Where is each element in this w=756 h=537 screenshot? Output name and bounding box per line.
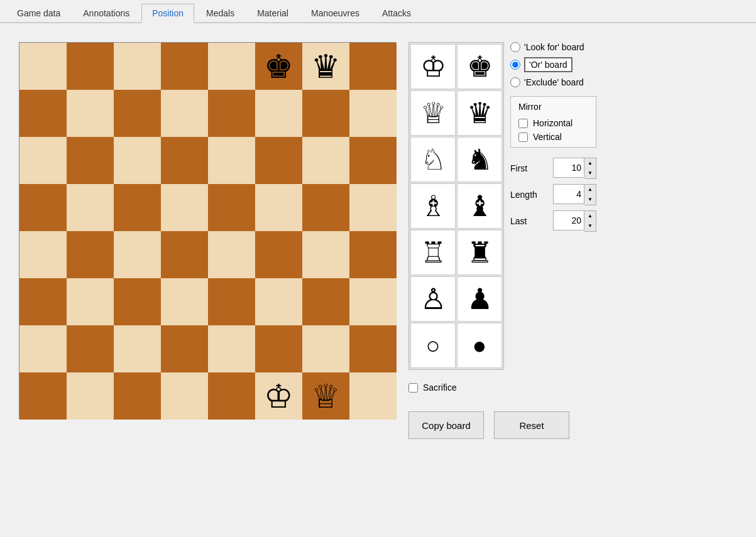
board-cell-4-0[interactable] [19, 231, 67, 278]
piece-black-rook[interactable]: ♜ [457, 230, 502, 275]
board-cell-0-0[interactable] [19, 43, 67, 90]
board-cell-5-2[interactable] [114, 278, 161, 325]
board-cell-2-3[interactable] [161, 137, 208, 184]
board-cell-2-7[interactable] [349, 137, 397, 184]
board-cell-0-4[interactable] [208, 43, 255, 90]
board-cell-4-1[interactable] [67, 231, 114, 278]
board-cell-3-3[interactable] [161, 184, 208, 231]
board-cell-3-4[interactable] [208, 184, 255, 231]
board-cell-5-5[interactable] [255, 278, 302, 325]
last-input[interactable] [553, 210, 584, 231]
piece-black-knight[interactable]: ♞ [457, 137, 502, 182]
board-cell-7-6[interactable]: ♕ [302, 372, 349, 420]
first-spin-down[interactable]: ▼ [584, 168, 596, 178]
last-spin-up[interactable]: ▲ [584, 211, 596, 221]
board-cell-0-1[interactable] [67, 43, 114, 90]
piece-white-bishop[interactable]: ♗ [410, 183, 456, 229]
board-cell-5-7[interactable] [349, 278, 397, 325]
tab-game-data[interactable]: Game data [6, 4, 71, 22]
board-cell-3-1[interactable] [67, 184, 114, 231]
board-cell-6-3[interactable] [161, 325, 208, 372]
first-spin-up[interactable]: ▲ [584, 158, 596, 168]
first-input[interactable] [553, 158, 584, 178]
board-cell-3-2[interactable] [114, 184, 161, 231]
board-cell-6-1[interactable] [67, 325, 114, 372]
copy-board-button[interactable]: Copy board [408, 411, 484, 439]
board-cell-1-4[interactable] [208, 90, 255, 137]
board-cell-4-4[interactable] [208, 231, 255, 278]
tab-medals[interactable]: Medals [195, 4, 245, 22]
board-cell-7-1[interactable] [67, 372, 114, 420]
board-cell-0-7[interactable] [349, 43, 397, 90]
board-cell-2-1[interactable] [67, 137, 114, 184]
vertical-mirror-checkbox[interactable] [518, 133, 528, 142]
piece-white-king[interactable]: ♔ [410, 44, 456, 89]
board-cell-3-0[interactable] [19, 184, 67, 231]
length-spin-down[interactable]: ▼ [584, 195, 596, 205]
board-cell-4-5[interactable] [255, 231, 302, 278]
tab-annotations[interactable]: Annotations [72, 4, 140, 22]
exclude-board-radio[interactable] [510, 77, 520, 87]
board-cell-1-0[interactable] [19, 90, 67, 137]
board-cell-5-3[interactable] [161, 278, 208, 325]
sacrifice-option[interactable]: Sacrifice [408, 382, 457, 393]
board-cell-7-3[interactable] [161, 372, 208, 420]
board-cell-1-3[interactable] [161, 90, 208, 137]
board-cell-0-2[interactable] [114, 43, 161, 90]
chess-board[interactable]: ♚♛♔♕ [19, 42, 396, 419]
board-cell-1-6[interactable] [302, 90, 349, 137]
piece-white-circle[interactable]: ○ [410, 323, 456, 368]
board-cell-2-2[interactable] [114, 137, 161, 184]
piece-black-queen[interactable]: ♛ [457, 90, 502, 136]
board-cell-6-0[interactable] [19, 325, 67, 372]
tab-manoeuvres[interactable]: Manoeuvres [300, 4, 370, 22]
board-cell-3-7[interactable] [349, 184, 397, 231]
exclude-board-option[interactable]: 'Exclude' board [510, 77, 596, 87]
look-for-board-radio[interactable] [510, 42, 520, 52]
board-cell-7-4[interactable] [208, 372, 255, 420]
tab-position[interactable]: Position [141, 4, 194, 23]
board-cell-4-2[interactable] [114, 231, 161, 278]
board-cell-4-6[interactable] [302, 231, 349, 278]
board-cell-1-2[interactable] [114, 90, 161, 137]
piece-white-rook[interactable]: ♖ [410, 230, 456, 275]
board-cell-6-2[interactable] [114, 325, 161, 372]
piece-black-circle[interactable]: ● [457, 323, 502, 368]
tab-attacks[interactable]: Attacks [371, 4, 422, 22]
board-cell-7-7[interactable] [349, 372, 397, 420]
board-cell-2-4[interactable] [208, 137, 255, 184]
board-cell-4-3[interactable] [161, 231, 208, 278]
vertical-mirror-option[interactable]: Vertical [518, 132, 588, 142]
board-cell-1-1[interactable] [67, 90, 114, 137]
or-board-radio[interactable] [510, 60, 520, 70]
sacrifice-checkbox[interactable] [408, 383, 418, 393]
board-cell-5-0[interactable] [19, 278, 67, 325]
board-cell-0-6[interactable]: ♛ [302, 43, 349, 90]
board-cell-4-7[interactable] [349, 231, 397, 278]
board-cell-3-5[interactable] [255, 184, 302, 231]
board-cell-3-6[interactable] [302, 184, 349, 231]
piece-black-king[interactable]: ♚ [457, 44, 502, 89]
board-cell-2-0[interactable] [19, 137, 67, 184]
horizontal-mirror-checkbox[interactable] [518, 119, 528, 128]
board-cell-6-5[interactable] [255, 325, 302, 372]
last-spin-down[interactable]: ▼ [584, 221, 596, 231]
length-input[interactable] [553, 184, 584, 204]
board-cell-0-5[interactable]: ♚ [255, 43, 302, 90]
board-cell-5-4[interactable] [208, 278, 255, 325]
board-cell-5-6[interactable] [302, 278, 349, 325]
board-cell-2-5[interactable] [255, 137, 302, 184]
board-cell-7-2[interactable] [114, 372, 161, 420]
board-cell-6-4[interactable] [208, 325, 255, 372]
look-for-board-option[interactable]: 'Look for' board [510, 42, 596, 52]
board-cell-6-6[interactable] [302, 325, 349, 372]
board-cell-0-3[interactable] [161, 43, 208, 90]
piece-white-queen[interactable]: ♕ [410, 90, 456, 136]
length-spin-up[interactable]: ▲ [584, 185, 596, 195]
piece-white-pawn[interactable]: ♙ [410, 276, 456, 322]
board-cell-6-7[interactable] [349, 325, 397, 372]
tab-material[interactable]: Material [246, 4, 299, 22]
board-cell-7-0[interactable] [19, 372, 67, 420]
board-cell-2-6[interactable] [302, 137, 349, 184]
board-cell-5-1[interactable] [67, 278, 114, 325]
